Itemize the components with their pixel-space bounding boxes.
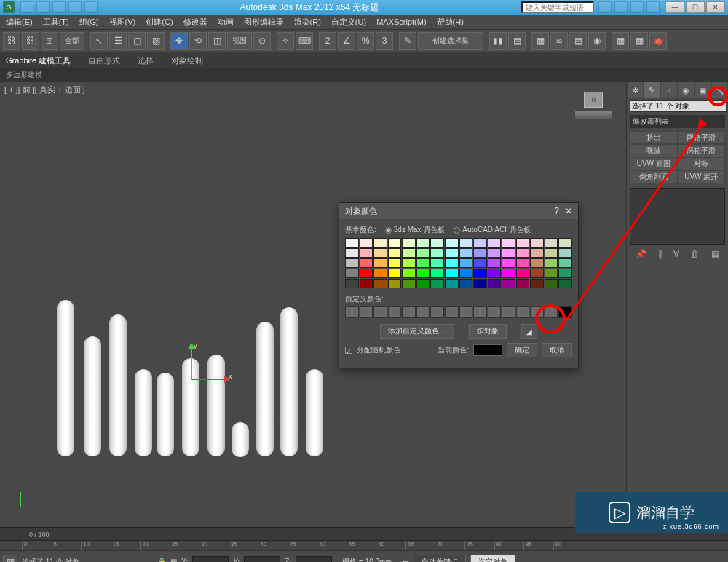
select-name-icon[interactable]: ☰ (109, 32, 127, 50)
color-swatch[interactable] (473, 258, 487, 268)
color-swatch[interactable] (416, 279, 430, 288)
custom-swatch[interactable] (488, 306, 502, 318)
layers-icon[interactable]: ▦ (531, 32, 549, 50)
lock-icon[interactable]: 🔒 (157, 558, 166, 562)
color-swatch[interactable] (545, 258, 558, 268)
color-swatch[interactable] (388, 279, 402, 288)
viewcube-face[interactable]: 前 (584, 92, 603, 108)
custom-swatch[interactable] (388, 306, 402, 318)
color-swatch[interactable] (502, 248, 515, 258)
selection-filter[interactable]: 全部 (60, 32, 84, 50)
color-swatch[interactable] (530, 238, 544, 248)
abs-rel-icon[interactable]: ▦ (170, 558, 177, 562)
color-swatch[interactable] (373, 279, 387, 288)
modifier-list-dropdown[interactable]: 修改器列表 (630, 115, 725, 128)
color-swatch[interactable] (402, 238, 416, 248)
remove-mod-icon[interactable]: 🗑 (691, 249, 700, 259)
sel-filter-dropdown[interactable]: 选定对象 (470, 555, 515, 563)
viewport-object[interactable] (232, 422, 249, 457)
modify-tab-icon[interactable]: ✎ (644, 82, 660, 99)
manipulate-icon[interactable]: ✧ (277, 32, 294, 50)
close-button[interactable]: ✕ (706, 1, 725, 13)
palette-3dsmax-radio[interactable]: 3ds Max 调色板 (385, 225, 446, 235)
color-swatch[interactable] (488, 279, 502, 288)
custom-swatch[interactable] (360, 306, 373, 318)
custom-swatch[interactable] (345, 306, 359, 318)
custom-swatch[interactable] (373, 306, 387, 318)
color-swatch[interactable] (345, 238, 359, 248)
menu-help[interactable]: 帮助(H) (437, 17, 464, 28)
color-swatch[interactable] (445, 258, 459, 268)
schematic-icon[interactable]: ▤ (569, 32, 587, 50)
mod-bevelprofile[interactable]: 倒角剖面 (630, 170, 678, 183)
color-swatch[interactable] (530, 248, 544, 258)
viewport-object[interactable] (280, 307, 298, 456)
infocenter-btn[interactable] (646, 1, 660, 13)
color-swatch[interactable] (430, 269, 444, 278)
window-crossing-icon[interactable]: ▧ (147, 32, 165, 50)
color-swatch[interactable] (345, 279, 359, 288)
custom-swatch[interactable] (545, 306, 558, 318)
viewport-object[interactable] (57, 300, 74, 456)
color-swatch[interactable] (473, 248, 487, 258)
by-object-button[interactable]: 按对象 (469, 324, 507, 339)
bind-icon[interactable]: ⊞ (41, 32, 58, 50)
configure-icon[interactable]: ▦ (711, 249, 719, 259)
curve-editor-icon[interactable]: ≋ (550, 32, 568, 50)
color-swatch[interactable] (416, 269, 430, 278)
material-editor-icon[interactable]: ◉ (588, 32, 606, 50)
link-icon[interactable]: ⛓ (3, 32, 20, 50)
color-swatch[interactable] (516, 238, 530, 248)
ok-button[interactable]: 确定 (507, 343, 537, 357)
color-swatch[interactable] (558, 269, 572, 278)
help-search-input[interactable] (521, 1, 594, 13)
mod-noise[interactable]: 噪波 (630, 144, 678, 157)
move-gizmo[interactable]: y x (162, 344, 220, 402)
modifier-stack[interactable] (630, 188, 725, 245)
menu-maxscript[interactable]: MAXScript(M) (376, 17, 426, 26)
select-region-icon[interactable]: ▢ (128, 32, 146, 50)
color-picker-icon[interactable]: ◢ (521, 324, 537, 339)
color-swatch[interactable] (502, 258, 515, 268)
mod-uvwmap[interactable]: UVW 贴图 (630, 157, 678, 170)
snap-2d-icon[interactable]: 2 (319, 32, 336, 50)
mod-symmetry[interactable]: 对称 (678, 157, 726, 170)
color-swatch[interactable] (502, 238, 515, 248)
cancel-button[interactable]: 取消 (542, 343, 572, 357)
color-swatch[interactable] (516, 258, 530, 268)
color-swatch[interactable] (459, 258, 473, 268)
color-swatch[interactable] (459, 269, 473, 278)
color-swatch[interactable] (445, 248, 459, 258)
pivot-icon[interactable]: ⊙ (253, 32, 271, 50)
utilities-tab-icon[interactable]: 🔧 (711, 82, 728, 99)
move-icon[interactable]: ✥ (170, 32, 188, 50)
color-swatch[interactable] (345, 258, 359, 268)
color-swatch[interactable] (488, 258, 502, 268)
ribbon-tab-select[interactable]: 选择 (138, 55, 154, 66)
key-icon[interactable]: 🗝 (402, 558, 409, 562)
align-icon[interactable]: ▤ (508, 32, 526, 50)
color-swatch[interactable] (459, 279, 473, 288)
color-swatch[interactable] (402, 279, 416, 288)
snap-angle-icon[interactable]: ∠ (338, 32, 355, 50)
color-swatch[interactable] (502, 269, 515, 278)
custom-swatch[interactable] (558, 306, 572, 318)
maximize-button[interactable]: ☐ (686, 1, 705, 13)
ribbon-panel-label[interactable]: 多边形建模 (0, 68, 728, 82)
color-swatch[interactable] (473, 269, 487, 278)
color-swatch[interactable] (530, 269, 544, 278)
color-swatch[interactable] (558, 238, 572, 248)
color-swatch[interactable] (416, 248, 430, 258)
mod-extrude[interactable]: 挤出 (630, 131, 678, 144)
color-swatch[interactable] (430, 279, 444, 288)
color-swatch[interactable] (388, 238, 402, 248)
infocenter-btn[interactable] (614, 1, 628, 13)
color-swatch[interactable] (388, 248, 402, 258)
minimize-button[interactable]: — (665, 1, 684, 13)
color-swatch[interactable] (445, 238, 459, 248)
color-swatch[interactable] (545, 279, 558, 288)
color-swatch[interactable] (373, 248, 387, 258)
edit-named-sel-icon[interactable]: ✎ (399, 32, 416, 50)
menu-tools[interactable]: 工具(T) (43, 17, 69, 28)
color-swatch[interactable] (459, 248, 473, 258)
